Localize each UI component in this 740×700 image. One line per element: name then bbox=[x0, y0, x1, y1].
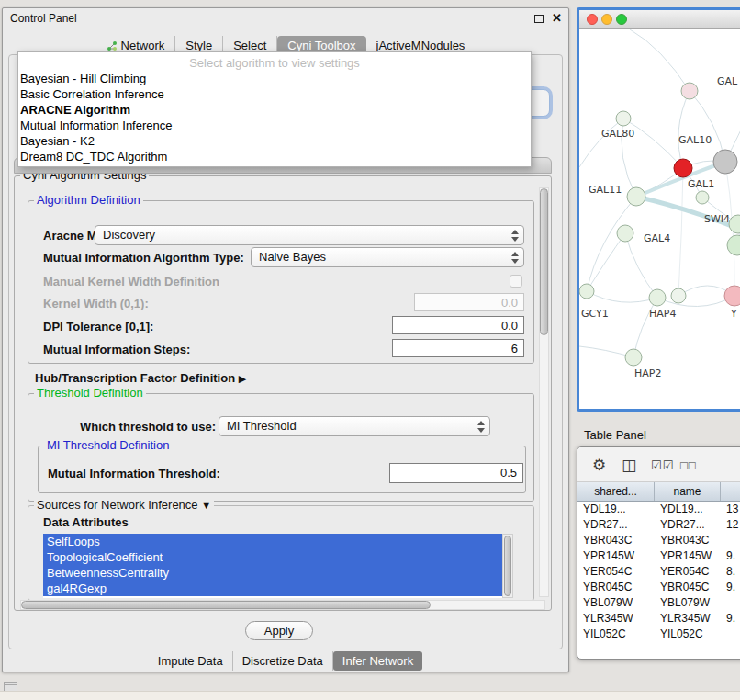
table-column-header[interactable]: name bbox=[655, 482, 721, 501]
network-node[interactable] bbox=[627, 187, 645, 206]
kernel-width-field[interactable]: 0.0 bbox=[414, 293, 524, 311]
algorithm-menu-list: Bayesian - Hill ClimbingBasic Correlatio… bbox=[18, 71, 531, 164]
mi-threshold-group-title: MI Threshold Definition bbox=[44, 438, 172, 452]
network-edge bbox=[657, 296, 734, 307]
network-node[interactable] bbox=[674, 159, 692, 177]
network-node[interactable] bbox=[649, 289, 666, 306]
attribute-list: SelfLoopsTopologicalCoefficientBetweenne… bbox=[43, 534, 502, 598]
mi-type-select[interactable]: Naive Bayes bbox=[251, 247, 524, 267]
attribute-list-scrollbar[interactable] bbox=[502, 534, 513, 598]
attribute-list-item[interactable]: SelfLoops bbox=[43, 534, 502, 549]
threshold-definition-group: Threshold Definition Which threshold to … bbox=[28, 393, 534, 502]
scrollbar-thumb[interactable] bbox=[21, 601, 431, 609]
table-row[interactable]: YBR043CYBR043C bbox=[577, 533, 740, 548]
gear-icon[interactable]: ⚙ bbox=[592, 456, 606, 475]
kernel-width-label: Kernel Width (0,1): bbox=[43, 297, 149, 310]
table-cell: YBR045C bbox=[577, 580, 655, 595]
network-node[interactable] bbox=[696, 191, 709, 204]
table-row[interactable]: YPR145WYPR145W9. bbox=[577, 548, 740, 564]
apply-button[interactable]: Apply bbox=[245, 621, 313, 640]
table-row[interactable]: YDR27...YDR27...12 bbox=[577, 517, 740, 533]
table-panel-window: ⚙ ◫ ☑☑ □□ shared...name YDL19...YDL19...… bbox=[577, 446, 740, 660]
settings-vertical-scrollbar[interactable] bbox=[539, 187, 549, 597]
tab-impute-data[interactable]: Impute Data bbox=[149, 651, 233, 671]
table-row[interactable]: YLR345WYLR345W9. bbox=[577, 611, 740, 627]
mi-steps-field[interactable]: 6 bbox=[392, 339, 524, 357]
network-edge bbox=[587, 291, 657, 302]
hub-definition-label: Hub/Transcription Factor Definition bbox=[35, 371, 235, 385]
attribute-list-item[interactable]: gal4RGexp bbox=[43, 581, 502, 596]
tab-label: Style bbox=[185, 39, 212, 52]
table-row[interactable]: YER054CYER054C8. bbox=[577, 564, 740, 580]
bottom-tab-bar: Impute Data Discretize Data Infer Networ… bbox=[3, 651, 568, 671]
tab-discretize-data[interactable]: Discretize Data bbox=[233, 651, 333, 671]
sources-toggle[interactable]: Sources for Network Inference ▼ bbox=[34, 498, 214, 512]
table-cell: YBL079W bbox=[655, 595, 721, 611]
network-window-titlebar[interactable] bbox=[579, 10, 740, 29]
which-threshold-label: Which threshold to use: bbox=[80, 420, 216, 434]
network-node[interactable] bbox=[579, 284, 594, 299]
table-column-header[interactable] bbox=[721, 482, 740, 501]
close-traffic-light[interactable] bbox=[587, 14, 598, 25]
deselect-all-checkboxes-icon[interactable]: □□ bbox=[680, 458, 697, 472]
scrollbar-thumb[interactable] bbox=[540, 188, 548, 335]
algorithm-menu-placeholder[interactable]: Select algorithm to view settings bbox=[18, 55, 531, 71]
table-cell: YIL052C bbox=[655, 627, 721, 642]
network-node-label: GAL bbox=[717, 75, 738, 87]
close-window-icon[interactable]: ✕ bbox=[552, 13, 562, 24]
algorithm-menu-item[interactable]: Bayesian - Hill Climbing bbox=[18, 71, 531, 86]
hub-definition-toggle[interactable]: Hub/Transcription Factor Definition ▶ bbox=[35, 371, 246, 385]
collapse-down-icon[interactable]: ▼ bbox=[201, 500, 211, 511]
network-node[interactable] bbox=[724, 286, 740, 306]
network-canvas[interactable]: GALGAL80GAL10GAL11GAL1SWI4GAL4GCY1HAP4YH… bbox=[579, 29, 740, 409]
attribute-list-item[interactable]: BetweennessCentrality bbox=[43, 565, 502, 581]
dpi-tolerance-field[interactable]: 0.0 bbox=[392, 316, 524, 334]
algorithm-menu-item[interactable]: Bayesian - K2 bbox=[18, 133, 531, 149]
which-threshold-select[interactable]: MI Threshold bbox=[219, 416, 490, 436]
table-column-header[interactable]: shared... bbox=[577, 482, 655, 501]
minimize-traffic-light[interactable] bbox=[601, 14, 612, 25]
network-edge bbox=[630, 29, 690, 91]
algorithm-menu-item[interactable]: ARACNE Algorithm bbox=[18, 102, 531, 118]
attribute-list-item[interactable]: TopologicalCoefficient bbox=[43, 549, 502, 565]
algorithm-menu-item[interactable]: Dream8 DC_TDC Algorithm bbox=[18, 149, 531, 164]
table-cell bbox=[721, 595, 740, 611]
table-row[interactable]: YBL079WYBL079W bbox=[577, 595, 740, 611]
table-row[interactable]: YIL052CYIL052C bbox=[577, 627, 740, 642]
network-node-label: GAL1 bbox=[688, 178, 714, 190]
aracne-mode-select[interactable]: Discovery bbox=[95, 225, 524, 245]
expand-right-icon[interactable]: ▶ bbox=[239, 373, 246, 384]
float-window-icon[interactable] bbox=[534, 15, 544, 23]
network-edge bbox=[678, 168, 683, 296]
data-attributes-label: Data Attributes bbox=[43, 515, 129, 529]
network-node[interactable] bbox=[727, 235, 740, 255]
columns-icon[interactable]: ◫ bbox=[622, 456, 636, 475]
tab-label: jActiveMNodules bbox=[376, 39, 465, 52]
network-node-label: HAP4 bbox=[649, 308, 676, 320]
select-all-checkboxes-icon[interactable]: ☑☑ bbox=[651, 458, 674, 472]
manual-kernel-checkbox[interactable] bbox=[510, 275, 522, 288]
table-row[interactable]: YDL19...YDL19...13 bbox=[577, 502, 740, 517]
network-node[interactable] bbox=[713, 150, 737, 174]
algorithm-menu-item[interactable]: Mutual Information Inference bbox=[18, 118, 531, 133]
mi-threshold-field[interactable]: 0.5 bbox=[389, 463, 523, 483]
table-cell: YDL19... bbox=[577, 502, 655, 517]
table-cell: YLR345W bbox=[655, 611, 721, 627]
zoom-traffic-light[interactable] bbox=[616, 14, 627, 25]
algorithm-menu-item[interactable]: Basic Correlation Inference bbox=[18, 86, 531, 102]
network-node[interactable] bbox=[681, 83, 698, 99]
table-cell: YDR27... bbox=[655, 517, 721, 533]
network-node[interactable] bbox=[671, 288, 686, 303]
table-row[interactable]: YBR045CYBR045C9. bbox=[577, 580, 740, 595]
tab-infer-network[interactable]: Infer Network bbox=[333, 651, 422, 671]
network-node[interactable] bbox=[729, 215, 740, 233]
sources-title: Sources for Network Inference bbox=[37, 498, 198, 512]
network-edge bbox=[678, 91, 690, 168]
network-node[interactable] bbox=[617, 225, 633, 242]
network-node[interactable] bbox=[616, 111, 631, 126]
table-cell: YPR145W bbox=[577, 548, 655, 564]
network-view-window: GALGAL80GAL10GAL11GAL1SWI4GAL4GCY1HAP4YH… bbox=[577, 7, 740, 412]
settings-horizontal-scrollbar[interactable] bbox=[20, 600, 545, 610]
network-node[interactable] bbox=[625, 349, 642, 366]
scrollbar-thumb[interactable] bbox=[504, 536, 511, 596]
